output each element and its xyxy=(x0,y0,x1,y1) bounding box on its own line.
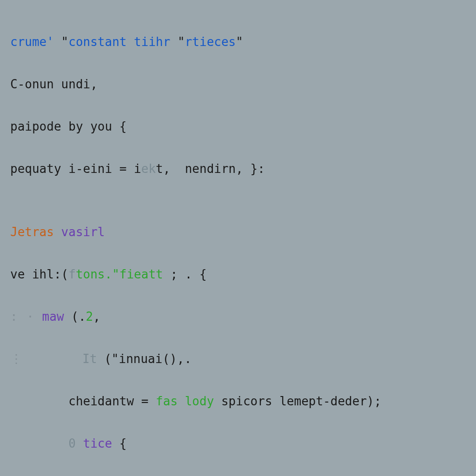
token-keyword: crume' xyxy=(10,35,54,49)
token-text xyxy=(32,352,83,366)
token-text: t, nendirn, }: xyxy=(156,162,265,176)
token-var: vasirl xyxy=(54,225,105,239)
token-var: tice xyxy=(83,436,112,450)
token-class: Jetras xyxy=(10,225,54,239)
token-string: tons."fieatt xyxy=(76,267,163,281)
code-line: ve ihl:(ftons."fieatt ; . { xyxy=(10,264,466,285)
code-line: : · maw (.2, xyxy=(10,306,466,328)
token-text: C-onun undi, xyxy=(10,77,98,91)
token-text: { xyxy=(112,436,126,450)
token-text: spicors lemept-deder); xyxy=(214,394,381,408)
token-keyword: constant tiihr xyxy=(68,35,170,49)
token-muted: It xyxy=(82,352,97,366)
token-text: ve ihl:( xyxy=(10,267,68,281)
token-text: ; . { xyxy=(163,267,207,281)
code-editor[interactable]: crume' "constant tiihr "rtieces" C-onun … xyxy=(0,0,476,476)
token-muted: ek xyxy=(141,162,156,176)
token-text: " xyxy=(236,35,243,49)
token-text: cheidantw = xyxy=(10,394,156,408)
code-line: 0 tice { xyxy=(10,433,466,455)
token-text: " xyxy=(54,35,68,49)
token-text: (. xyxy=(64,310,86,324)
code-line: cheidantw = fas lody spicors lemept-dede… xyxy=(10,391,466,412)
token-string: fas lody xyxy=(156,394,214,408)
code-line: crume' "constant tiihr "rtieces" xyxy=(10,32,466,53)
token-text: pequaty i-eini = i xyxy=(10,162,141,176)
token-text: , xyxy=(93,310,100,324)
code-line: pequaty i-eini = iekt, nendirn, }: xyxy=(10,159,466,180)
token-var: maw xyxy=(35,310,64,324)
indent-guide-icon: ⋮ xyxy=(10,352,32,366)
token-text xyxy=(10,436,68,450)
token-muted: 0 xyxy=(68,436,83,450)
token-muted: f xyxy=(68,267,76,281)
token-number: 2 xyxy=(86,310,93,324)
token-keyword: rtieces xyxy=(185,35,236,49)
token-text: ("innuai(),. xyxy=(97,352,192,366)
indent-guide-icon: : · xyxy=(10,310,35,324)
code-line: paipode by you { xyxy=(10,116,466,138)
token-text: " xyxy=(170,35,185,49)
code-line: C-onun undi, xyxy=(10,74,466,95)
code-line: ⋮ It ("innuai(),. xyxy=(10,349,466,370)
token-text: paipode by you { xyxy=(10,119,126,133)
code-line: Jetras vasirl xyxy=(10,222,466,243)
